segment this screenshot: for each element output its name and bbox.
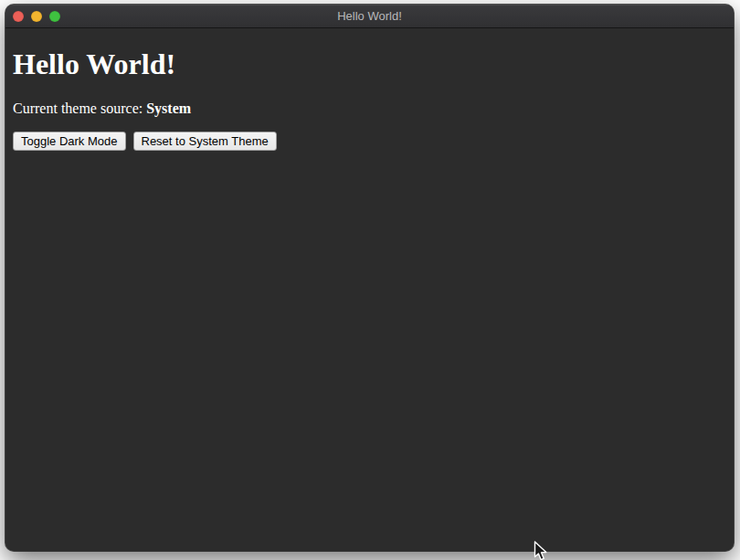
desktop-background: { "window": { "titlebar": { "title": "He… — [0, 0, 740, 560]
theme-source-line: Current theme source: System — [13, 100, 726, 117]
theme-source-value: System — [146, 100, 191, 116]
minimize-button[interactable] — [31, 11, 42, 22]
zoom-button[interactable] — [49, 11, 60, 22]
traffic-lights — [13, 5, 60, 27]
app-window: Hello World! Hello World! Current theme … — [5, 5, 734, 551]
page-title: Hello World! — [13, 48, 726, 81]
theme-source-label: Current theme source: — [13, 100, 143, 116]
page-content: Hello World! Current theme source: Syste… — [5, 28, 734, 551]
reset-to-system-theme-button[interactable]: Reset to System Theme — [133, 132, 277, 151]
close-button[interactable] — [13, 11, 24, 22]
buttons-row: Toggle Dark Mode Reset to System Theme — [13, 132, 726, 151]
titlebar[interactable]: Hello World! — [5, 5, 734, 28]
toggle-dark-mode-button[interactable]: Toggle Dark Mode — [13, 132, 126, 151]
window-title: Hello World! — [337, 5, 402, 27]
